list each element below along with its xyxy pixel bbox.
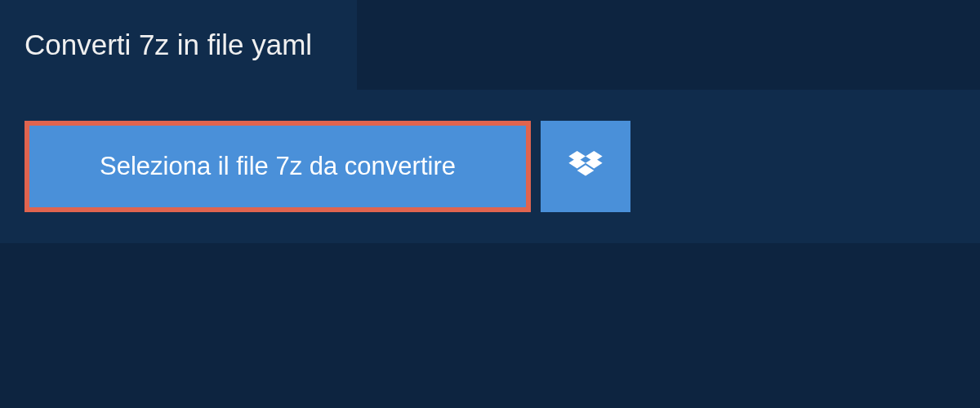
select-file-button[interactable]: Seleziona il file 7z da convertire	[24, 121, 531, 212]
tab-title: Converti 7z in file yaml	[24, 29, 312, 60]
uploader-panel: Seleziona il file 7z da convertire	[0, 90, 980, 243]
tab-bar: Converti 7z in file yaml	[0, 0, 980, 90]
dropbox-button[interactable]	[541, 121, 630, 212]
button-row: Seleziona il file 7z da convertire	[24, 121, 956, 212]
select-file-label: Seleziona il file 7z da convertire	[100, 152, 456, 181]
tab-active[interactable]: Converti 7z in file yaml	[0, 0, 357, 90]
dropbox-icon	[568, 151, 603, 182]
